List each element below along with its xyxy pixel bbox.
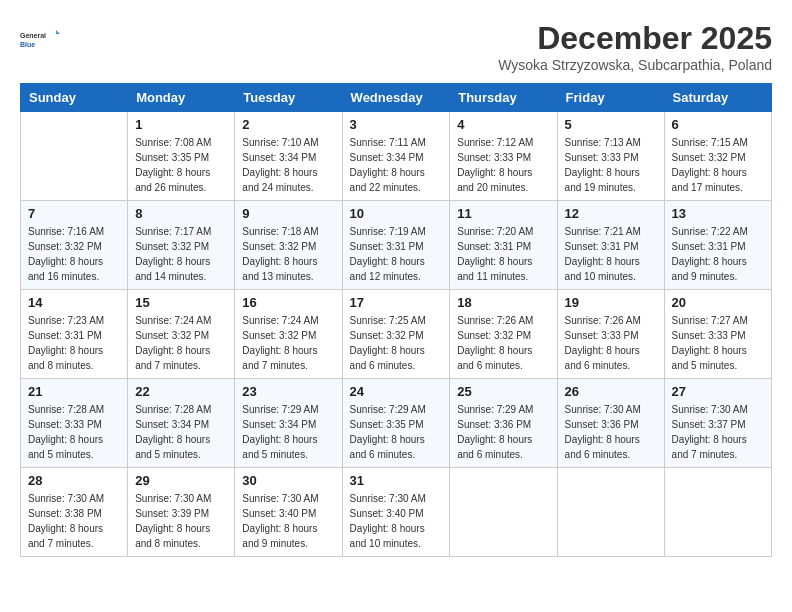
day-info: Sunrise: 7:25 AM Sunset: 3:32 PM Dayligh… xyxy=(350,313,443,373)
calendar-cell: 30Sunrise: 7:30 AM Sunset: 3:40 PM Dayli… xyxy=(235,468,342,557)
day-number: 19 xyxy=(565,295,657,310)
calendar-cell: 23Sunrise: 7:29 AM Sunset: 3:34 PM Dayli… xyxy=(235,379,342,468)
calendar-cell: 3Sunrise: 7:11 AM Sunset: 3:34 PM Daylig… xyxy=(342,112,450,201)
calendar-cell: 15Sunrise: 7:24 AM Sunset: 3:32 PM Dayli… xyxy=(128,290,235,379)
calendar-cell xyxy=(450,468,557,557)
day-info: Sunrise: 7:13 AM Sunset: 3:33 PM Dayligh… xyxy=(565,135,657,195)
day-info: Sunrise: 7:12 AM Sunset: 3:33 PM Dayligh… xyxy=(457,135,549,195)
day-info: Sunrise: 7:29 AM Sunset: 3:35 PM Dayligh… xyxy=(350,402,443,462)
day-number: 10 xyxy=(350,206,443,221)
day-info: Sunrise: 7:10 AM Sunset: 3:34 PM Dayligh… xyxy=(242,135,334,195)
day-number: 21 xyxy=(28,384,120,399)
calendar-cell: 21Sunrise: 7:28 AM Sunset: 3:33 PM Dayli… xyxy=(21,379,128,468)
day-number: 6 xyxy=(672,117,764,132)
day-info: Sunrise: 7:20 AM Sunset: 3:31 PM Dayligh… xyxy=(457,224,549,284)
day-number: 28 xyxy=(28,473,120,488)
day-info: Sunrise: 7:24 AM Sunset: 3:32 PM Dayligh… xyxy=(242,313,334,373)
day-number: 11 xyxy=(457,206,549,221)
calendar-cell: 22Sunrise: 7:28 AM Sunset: 3:34 PM Dayli… xyxy=(128,379,235,468)
month-title: December 2025 xyxy=(498,20,772,57)
day-number: 24 xyxy=(350,384,443,399)
calendar-cell: 31Sunrise: 7:30 AM Sunset: 3:40 PM Dayli… xyxy=(342,468,450,557)
day-info: Sunrise: 7:11 AM Sunset: 3:34 PM Dayligh… xyxy=(350,135,443,195)
day-info: Sunrise: 7:26 AM Sunset: 3:32 PM Dayligh… xyxy=(457,313,549,373)
calendar-cell: 6Sunrise: 7:15 AM Sunset: 3:32 PM Daylig… xyxy=(664,112,771,201)
column-header-sunday: Sunday xyxy=(21,84,128,112)
day-info: Sunrise: 7:28 AM Sunset: 3:33 PM Dayligh… xyxy=(28,402,120,462)
calendar-cell: 26Sunrise: 7:30 AM Sunset: 3:36 PM Dayli… xyxy=(557,379,664,468)
day-number: 18 xyxy=(457,295,549,310)
calendar-cell: 12Sunrise: 7:21 AM Sunset: 3:31 PM Dayli… xyxy=(557,201,664,290)
calendar-cell: 17Sunrise: 7:25 AM Sunset: 3:32 PM Dayli… xyxy=(342,290,450,379)
logo: General Blue xyxy=(20,20,60,60)
day-info: Sunrise: 7:30 AM Sunset: 3:40 PM Dayligh… xyxy=(350,491,443,551)
calendar-cell xyxy=(21,112,128,201)
svg-text:General: General xyxy=(20,32,46,39)
day-number: 23 xyxy=(242,384,334,399)
page-header: General Blue December 2025 Wysoka Strzyz… xyxy=(20,20,772,73)
day-number: 7 xyxy=(28,206,120,221)
day-number: 3 xyxy=(350,117,443,132)
day-number: 29 xyxy=(135,473,227,488)
day-number: 1 xyxy=(135,117,227,132)
day-number: 27 xyxy=(672,384,764,399)
calendar-week-row: 28Sunrise: 7:30 AM Sunset: 3:38 PM Dayli… xyxy=(21,468,772,557)
calendar-cell: 27Sunrise: 7:30 AM Sunset: 3:37 PM Dayli… xyxy=(664,379,771,468)
calendar-cell: 13Sunrise: 7:22 AM Sunset: 3:31 PM Dayli… xyxy=(664,201,771,290)
day-info: Sunrise: 7:16 AM Sunset: 3:32 PM Dayligh… xyxy=(28,224,120,284)
day-info: Sunrise: 7:30 AM Sunset: 3:38 PM Dayligh… xyxy=(28,491,120,551)
location-title: Wysoka Strzyzowska, Subcarpathia, Poland xyxy=(498,57,772,73)
day-info: Sunrise: 7:21 AM Sunset: 3:31 PM Dayligh… xyxy=(565,224,657,284)
day-info: Sunrise: 7:08 AM Sunset: 3:35 PM Dayligh… xyxy=(135,135,227,195)
column-header-thursday: Thursday xyxy=(450,84,557,112)
day-number: 8 xyxy=(135,206,227,221)
calendar-cell: 7Sunrise: 7:16 AM Sunset: 3:32 PM Daylig… xyxy=(21,201,128,290)
calendar-cell xyxy=(557,468,664,557)
day-number: 12 xyxy=(565,206,657,221)
day-number: 14 xyxy=(28,295,120,310)
day-number: 13 xyxy=(672,206,764,221)
calendar-cell: 8Sunrise: 7:17 AM Sunset: 3:32 PM Daylig… xyxy=(128,201,235,290)
calendar-cell: 2Sunrise: 7:10 AM Sunset: 3:34 PM Daylig… xyxy=(235,112,342,201)
day-number: 22 xyxy=(135,384,227,399)
day-number: 9 xyxy=(242,206,334,221)
calendar-cell: 9Sunrise: 7:18 AM Sunset: 3:32 PM Daylig… xyxy=(235,201,342,290)
day-number: 17 xyxy=(350,295,443,310)
day-number: 31 xyxy=(350,473,443,488)
column-header-monday: Monday xyxy=(128,84,235,112)
day-info: Sunrise: 7:24 AM Sunset: 3:32 PM Dayligh… xyxy=(135,313,227,373)
calendar-week-row: 21Sunrise: 7:28 AM Sunset: 3:33 PM Dayli… xyxy=(21,379,772,468)
day-info: Sunrise: 7:30 AM Sunset: 3:40 PM Dayligh… xyxy=(242,491,334,551)
svg-marker-1 xyxy=(56,30,60,34)
day-info: Sunrise: 7:26 AM Sunset: 3:33 PM Dayligh… xyxy=(565,313,657,373)
day-number: 4 xyxy=(457,117,549,132)
day-number: 20 xyxy=(672,295,764,310)
calendar-cell: 25Sunrise: 7:29 AM Sunset: 3:36 PM Dayli… xyxy=(450,379,557,468)
column-header-saturday: Saturday xyxy=(664,84,771,112)
calendar-cell: 14Sunrise: 7:23 AM Sunset: 3:31 PM Dayli… xyxy=(21,290,128,379)
calendar-cell: 16Sunrise: 7:24 AM Sunset: 3:32 PM Dayli… xyxy=(235,290,342,379)
title-block: December 2025 Wysoka Strzyzowska, Subcar… xyxy=(498,20,772,73)
calendar-header-row: SundayMondayTuesdayWednesdayThursdayFrid… xyxy=(21,84,772,112)
calendar-cell: 19Sunrise: 7:26 AM Sunset: 3:33 PM Dayli… xyxy=(557,290,664,379)
calendar-cell: 4Sunrise: 7:12 AM Sunset: 3:33 PM Daylig… xyxy=(450,112,557,201)
day-info: Sunrise: 7:30 AM Sunset: 3:37 PM Dayligh… xyxy=(672,402,764,462)
day-info: Sunrise: 7:23 AM Sunset: 3:31 PM Dayligh… xyxy=(28,313,120,373)
calendar-cell xyxy=(664,468,771,557)
logo-svg: General Blue xyxy=(20,20,60,60)
calendar-week-row: 14Sunrise: 7:23 AM Sunset: 3:31 PM Dayli… xyxy=(21,290,772,379)
column-header-tuesday: Tuesday xyxy=(235,84,342,112)
day-info: Sunrise: 7:18 AM Sunset: 3:32 PM Dayligh… xyxy=(242,224,334,284)
day-info: Sunrise: 7:22 AM Sunset: 3:31 PM Dayligh… xyxy=(672,224,764,284)
day-number: 15 xyxy=(135,295,227,310)
calendar-week-row: 7Sunrise: 7:16 AM Sunset: 3:32 PM Daylig… xyxy=(21,201,772,290)
calendar-cell: 20Sunrise: 7:27 AM Sunset: 3:33 PM Dayli… xyxy=(664,290,771,379)
column-header-wednesday: Wednesday xyxy=(342,84,450,112)
day-info: Sunrise: 7:28 AM Sunset: 3:34 PM Dayligh… xyxy=(135,402,227,462)
column-header-friday: Friday xyxy=(557,84,664,112)
day-info: Sunrise: 7:17 AM Sunset: 3:32 PM Dayligh… xyxy=(135,224,227,284)
day-number: 26 xyxy=(565,384,657,399)
day-number: 30 xyxy=(242,473,334,488)
day-info: Sunrise: 7:30 AM Sunset: 3:36 PM Dayligh… xyxy=(565,402,657,462)
calendar-table: SundayMondayTuesdayWednesdayThursdayFrid… xyxy=(20,83,772,557)
